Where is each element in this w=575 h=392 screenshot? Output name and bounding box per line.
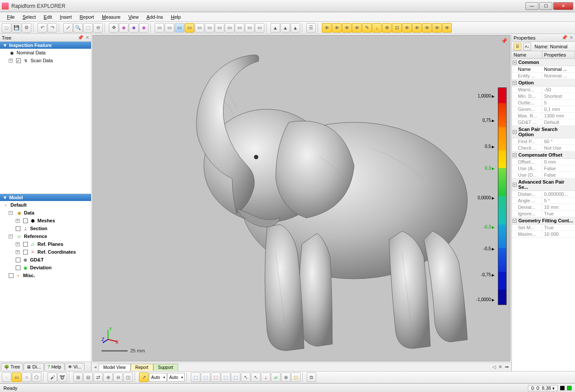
expander-icon[interactable]: + xyxy=(16,242,20,246)
tree-default[interactable]: ▫Default xyxy=(0,201,91,209)
tool-vis-4[interactable]: 👁 xyxy=(352,23,362,33)
expander-icon[interactable]: + xyxy=(16,250,20,254)
tree-reference[interactable]: −▱Reference xyxy=(0,232,91,240)
tree-misc[interactable]: ▪Misc. xyxy=(0,271,91,279)
tool-view-7[interactable]: ▭ xyxy=(245,23,254,33)
tool-rotate2[interactable]: ◆ xyxy=(129,23,139,33)
tool-flip[interactable]: ▲ xyxy=(291,23,300,33)
tool-vis-11[interactable]: 👁 xyxy=(422,23,432,33)
expander-icon[interactable]: + xyxy=(16,219,20,223)
tool-view-8[interactable]: ▭ xyxy=(255,23,264,33)
tool-vis-6[interactable]: ⟂ xyxy=(372,23,382,33)
tool-vis-5[interactable]: ✎ xyxy=(362,23,372,33)
tab-support[interactable]: Support xyxy=(153,364,178,371)
pick-2[interactable]: ⬚ xyxy=(201,372,210,382)
close-panel-icon[interactable]: ✕ xyxy=(85,35,89,40)
pick-8[interactable]: ⟂ xyxy=(261,372,271,382)
tool-zoom-fit[interactable]: ⤢ xyxy=(63,23,73,33)
prop-row[interactable]: Use (A...False xyxy=(512,165,575,172)
tab-model-view[interactable]: Model View xyxy=(98,364,131,371)
tool-vis-9[interactable]: 👁 xyxy=(402,23,412,33)
tab-report[interactable]: Report xyxy=(131,364,153,371)
model-header[interactable]: ▼ Model xyxy=(0,194,91,201)
tool-rotate1[interactable]: ◆ xyxy=(119,23,129,33)
tool-view-left[interactable]: ▭ xyxy=(185,23,194,33)
tool-rotate3[interactable]: ◆ xyxy=(139,23,149,33)
tool-zoom-in[interactable]: 🔍 xyxy=(73,23,83,33)
prop-row[interactable]: Ignore...True xyxy=(512,211,575,217)
sel-rect[interactable]: ▭ xyxy=(12,372,21,382)
tab-tree[interactable]: 🌳 Tree xyxy=(1,363,23,370)
prop-row[interactable]: GD&T ...Default xyxy=(512,119,575,126)
pick-copy[interactable]: ⧉ xyxy=(307,372,316,382)
tool-zoom-window[interactable]: ⬚ xyxy=(83,23,93,33)
inspection-feature-header[interactable]: ▼ Inspection Feature xyxy=(0,42,91,49)
tool-view-6[interactable]: ▭ xyxy=(235,23,244,33)
tool-move[interactable]: ✥ xyxy=(109,23,118,33)
prop-group[interactable]: −Option xyxy=(512,79,575,87)
tool-vis-7[interactable]: ⊕ xyxy=(382,23,392,33)
pick-7[interactable]: ↖ xyxy=(251,372,260,382)
prop-row[interactable]: Check ...Not Use xyxy=(512,145,575,151)
tool-mirror-v[interactable]: ▲ xyxy=(281,23,290,33)
expander-icon[interactable]: − xyxy=(9,211,13,215)
sel-circle[interactable]: ○ xyxy=(22,372,31,382)
tool-layers[interactable]: ☰ xyxy=(306,23,316,33)
sel-lasso[interactable]: ➰ xyxy=(58,372,67,382)
tool-zoom-out[interactable]: ⊖ xyxy=(93,23,103,33)
3d-viewport[interactable]: 📌 xyxy=(92,35,511,362)
prop-row[interactable]: Offset...0 mm xyxy=(512,159,575,165)
pick-6[interactable]: ↖ xyxy=(241,372,250,382)
pin-icon[interactable]: 📌 xyxy=(561,35,568,40)
tab-close[interactable]: ✕ xyxy=(498,364,502,370)
tool-view-top[interactable]: ▭ xyxy=(205,23,214,33)
menu-help[interactable]: Help xyxy=(167,13,184,20)
tool-view-bottom[interactable]: ▭ xyxy=(215,23,224,33)
tool-view-5[interactable]: ▭ xyxy=(225,23,234,33)
combo-auto2[interactable]: Auto xyxy=(167,373,185,382)
tool-view-front[interactable]: ▭ xyxy=(165,23,174,33)
menu-select[interactable]: Select xyxy=(19,13,40,20)
menu-measure[interactable]: Measure xyxy=(98,13,124,20)
tree-deviation[interactable]: ◉Deviation xyxy=(0,264,91,271)
pick-10[interactable]: ⊕ xyxy=(281,372,291,382)
prop-row[interactable]: Maxim...10 000 xyxy=(512,231,575,238)
tool-options[interactable]: ⚙ xyxy=(22,23,31,33)
sel-boundary[interactable]: ◫ xyxy=(123,372,133,382)
tool-vis-8[interactable]: ⊡ xyxy=(392,23,402,33)
checkbox[interactable] xyxy=(16,258,20,262)
tool-vis-13[interactable]: 👁 xyxy=(442,23,452,33)
tool-view-right[interactable]: ▭ xyxy=(195,23,204,33)
prop-group[interactable]: −Common xyxy=(512,59,575,66)
sel-mode[interactable]: ↗ xyxy=(139,372,149,382)
tree-ref-coords[interactable]: +⌗Ref. Coordinates xyxy=(0,248,91,256)
tool-vis-1[interactable]: 👁 xyxy=(322,23,331,33)
prop-row[interactable]: Entity ...Nominal ... xyxy=(512,73,575,79)
prop-row[interactable]: Geom...0,1 mm xyxy=(512,106,575,113)
sel-all[interactable]: ⊞ xyxy=(73,372,83,382)
pick-9[interactable]: ▱ xyxy=(271,372,281,382)
menu-report[interactable]: Report xyxy=(76,13,98,20)
tab-help[interactable]: ? Help xyxy=(44,363,64,370)
tree-meshes[interactable]: +⬢Meshes xyxy=(0,217,91,224)
expander-icon[interactable]: + xyxy=(9,59,13,63)
maximize-button[interactable]: ☐ xyxy=(539,2,552,10)
sel-brush[interactable]: 🖌 xyxy=(47,372,57,382)
prop-row[interactable]: Angle ...5 ° xyxy=(512,198,575,204)
prop-row[interactable]: Min. D...Shortest xyxy=(512,93,575,100)
prop-group[interactable]: −Scan Pair Search Option xyxy=(512,126,575,138)
pick-1[interactable]: ⬚ xyxy=(191,372,200,382)
checkbox[interactable] xyxy=(16,265,20,270)
prop-group[interactable]: −Compensate Offset xyxy=(512,151,575,159)
tool-undo[interactable]: ↶ xyxy=(37,23,47,33)
menu-insert[interactable]: Insert xyxy=(56,13,75,20)
tool-mirror-h[interactable]: ▲ xyxy=(271,23,280,33)
pick-5[interactable]: ⬚ xyxy=(231,372,240,382)
prop-group[interactable]: −Advanced Scan Pair Se... xyxy=(512,178,575,191)
checkbox[interactable] xyxy=(16,226,20,231)
menu-file[interactable]: File xyxy=(3,13,18,20)
checkbox[interactable] xyxy=(23,250,28,255)
prop-row[interactable]: Deviat...10 mm xyxy=(512,204,575,211)
prop-group[interactable]: −Geometry Fitting Cont... xyxy=(512,217,575,224)
tool-vis-2[interactable]: 👁 xyxy=(332,23,342,33)
